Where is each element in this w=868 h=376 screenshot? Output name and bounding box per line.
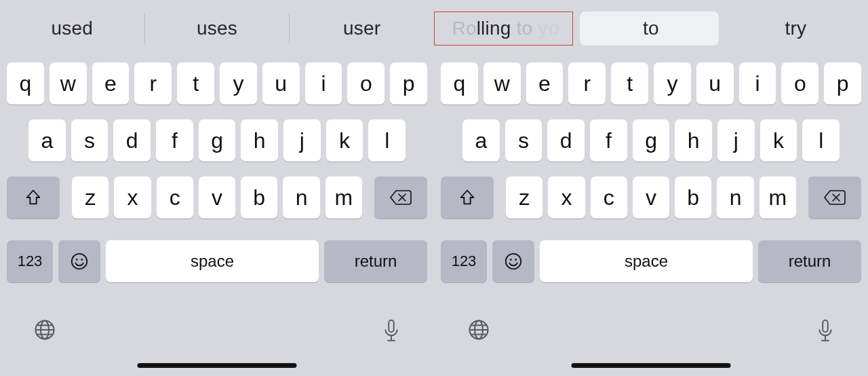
key-o[interactable]: o <box>347 62 384 105</box>
key-v[interactable]: v <box>633 176 669 219</box>
space-key[interactable]: space <box>106 240 319 282</box>
key-y[interactable]: y <box>220 62 257 105</box>
key-o-label: o <box>794 71 806 96</box>
svg-rect-5 <box>389 320 394 333</box>
key-m[interactable]: m <box>326 176 362 219</box>
key-h[interactable]: h <box>241 119 278 162</box>
key-r[interactable]: r <box>568 62 606 105</box>
numbers-key[interactable]: 123 <box>441 240 487 282</box>
key-l[interactable]: l <box>368 119 406 162</box>
key-z-label: z <box>519 185 530 210</box>
key-l[interactable]: l <box>802 119 840 162</box>
key-j[interactable]: j <box>283 119 321 162</box>
key-d[interactable]: d <box>547 119 585 162</box>
key-n-label: n <box>296 185 308 210</box>
numbers-key-label: 123 <box>18 252 43 270</box>
space-key[interactable]: space <box>540 240 753 282</box>
globe-icon <box>33 318 57 342</box>
key-p-label: p <box>403 71 415 96</box>
key-n[interactable]: n <box>283 176 319 219</box>
key-z[interactable]: z <box>506 176 542 219</box>
key-c[interactable]: c <box>157 176 193 219</box>
key-h[interactable]: h <box>675 119 712 162</box>
key-e-label: e <box>104 71 117 96</box>
key-t[interactable]: t <box>177 62 214 105</box>
key-a[interactable]: a <box>28 119 66 162</box>
key-w-label: w <box>494 71 510 96</box>
key-i[interactable]: i <box>305 62 342 105</box>
key-j[interactable]: j <box>717 119 755 162</box>
key-m[interactable]: m <box>760 176 796 219</box>
suggestion-3[interactable]: user <box>290 7 434 50</box>
shift-key[interactable] <box>441 176 494 219</box>
return-key[interactable]: return <box>324 240 427 282</box>
key-s[interactable]: s <box>71 119 108 162</box>
key-p[interactable]: p <box>824 62 861 105</box>
key-v[interactable]: v <box>199 176 235 219</box>
key-x[interactable]: x <box>548 176 585 219</box>
key-a[interactable]: a <box>462 119 500 162</box>
key-q[interactable]: q <box>7 62 44 105</box>
key-b-label: b <box>687 185 699 210</box>
backspace-key[interactable] <box>808 176 861 219</box>
key-z-label: z <box>85 185 96 210</box>
key-d[interactable]: d <box>113 119 151 162</box>
emoji-key[interactable] <box>492 240 534 282</box>
key-n[interactable]: n <box>717 176 753 219</box>
suggestion-2-label: to <box>643 18 659 39</box>
key-q-label: q <box>454 71 466 96</box>
suggestion-2[interactable]: to <box>578 7 723 50</box>
key-r-label: r <box>583 71 591 96</box>
key-b[interactable]: b <box>675 176 711 219</box>
key-k[interactable]: k <box>760 119 797 162</box>
key-x[interactable]: x <box>114 176 151 219</box>
key-b[interactable]: b <box>241 176 277 219</box>
key-g[interactable]: g <box>633 119 670 162</box>
numbers-key[interactable]: 123 <box>7 240 53 282</box>
key-w-label: w <box>60 71 76 96</box>
svg-point-1 <box>76 259 78 261</box>
key-f[interactable]: f <box>590 119 627 162</box>
emoji-key[interactable] <box>58 240 100 282</box>
key-k[interactable]: k <box>326 119 363 162</box>
key-s[interactable]: s <box>505 119 542 162</box>
key-w[interactable]: w <box>484 62 521 105</box>
key-s-label: s <box>84 128 95 153</box>
key-o[interactable]: o <box>781 62 818 105</box>
key-p[interactable]: p <box>390 62 427 105</box>
globe-button[interactable] <box>33 318 57 342</box>
key-v-label: v <box>212 185 222 210</box>
key-t[interactable]: t <box>611 62 648 105</box>
key-f-label: f <box>606 128 612 153</box>
key-c[interactable]: c <box>591 176 627 219</box>
key-c-label: c <box>604 185 614 210</box>
key-r[interactable]: r <box>134 62 172 105</box>
key-e[interactable]: e <box>526 62 564 105</box>
suggestion-1[interactable]: Rolling to yo <box>434 7 578 50</box>
key-q[interactable]: q <box>441 62 478 105</box>
key-k-label: k <box>773 128 784 153</box>
suggestion-1[interactable]: used <box>0 7 144 50</box>
key-e[interactable]: e <box>92 62 130 105</box>
key-i[interactable]: i <box>739 62 776 105</box>
home-indicator[interactable] <box>572 363 731 368</box>
dictation-button[interactable] <box>815 318 835 345</box>
suggestion-2[interactable]: uses <box>145 7 290 50</box>
dictation-button[interactable] <box>381 318 401 345</box>
key-z[interactable]: z <box>72 176 108 219</box>
shift-key[interactable] <box>7 176 60 219</box>
key-f[interactable]: f <box>156 119 193 162</box>
home-indicator[interactable] <box>138 363 297 368</box>
key-g-label: g <box>211 128 223 153</box>
key-u[interactable]: u <box>262 62 300 105</box>
backspace-key[interactable] <box>374 176 427 219</box>
key-g[interactable]: g <box>199 119 236 162</box>
key-g-label: g <box>645 128 657 153</box>
suggestion-3[interactable]: try <box>724 7 868 50</box>
return-key[interactable]: return <box>758 240 861 282</box>
key-y[interactable]: y <box>654 62 691 105</box>
key-w[interactable]: w <box>50 62 87 105</box>
globe-button[interactable] <box>467 318 491 342</box>
key-u[interactable]: u <box>696 62 734 105</box>
svg-point-7 <box>510 259 512 261</box>
